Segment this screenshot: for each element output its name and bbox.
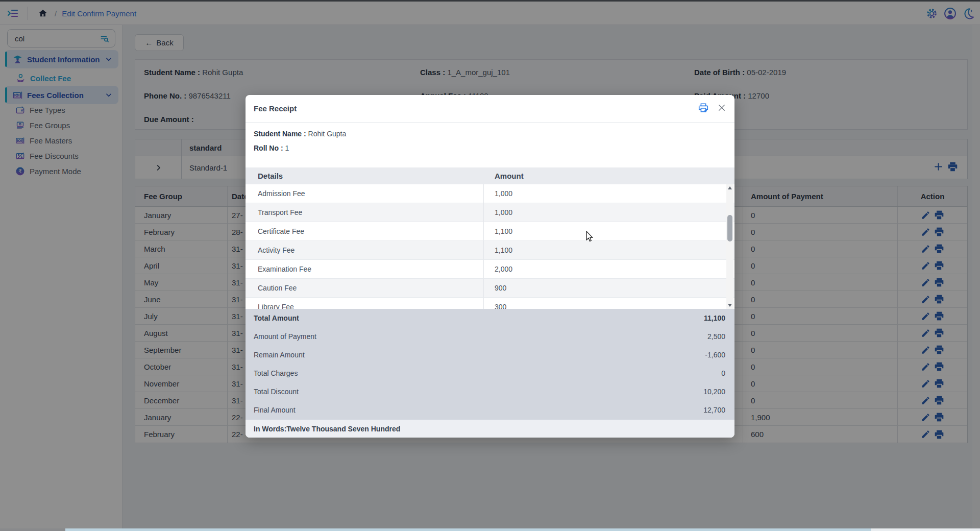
modal-title: Fee Receipt xyxy=(254,104,297,113)
receipt-table-header: Details Amount xyxy=(246,167,734,184)
fee-name-cell: Caution Fee xyxy=(246,279,484,297)
fee-name-cell: Library Fee xyxy=(246,298,484,309)
summary-value: 2,500 xyxy=(707,332,725,341)
summary-row: Total Amount 11,100 xyxy=(246,309,734,327)
summary-value: 0 xyxy=(721,369,725,377)
scrollbar-track xyxy=(65,528,871,531)
fee-amount-cell: 1,100 xyxy=(484,222,734,240)
receipt-fee-row: Caution Fee 900 xyxy=(246,279,734,298)
receipt-scrollbar[interactable] xyxy=(726,184,733,309)
receipt-roll-no: Roll No : 1 xyxy=(254,144,289,152)
receipt-fee-row: Examination Fee 2,000 xyxy=(246,260,734,279)
receipt-fee-row: Certificate Fee 1,100 xyxy=(246,222,734,241)
receipt-fee-row: Admission Fee 1,000 xyxy=(246,184,734,203)
fee-name-cell: Examination Fee xyxy=(246,260,484,278)
summary-label: Total Charges xyxy=(254,369,298,377)
fee-amount-cell: 1,000 xyxy=(484,203,734,222)
fee-receipt-modal: Fee Receipt Student Name : Rohit Gupta R… xyxy=(246,95,734,438)
scrollbar-thumb[interactable] xyxy=(727,215,732,242)
mouse-cursor xyxy=(585,231,595,242)
summary-row: Amount of Payment 2,500 xyxy=(246,327,734,346)
fee-name-cell: Admission Fee xyxy=(246,184,484,203)
summary-label: Total Discount xyxy=(254,388,299,396)
receipt-summary: Total Amount 11,100 Amount of Payment 2,… xyxy=(246,309,734,420)
summary-row: Final Amount 12,700 xyxy=(246,401,734,419)
fee-amount-cell: 1,000 xyxy=(484,184,734,203)
summary-row: Total Discount 10,200 xyxy=(246,382,734,401)
fee-amount-cell: 1,100 xyxy=(484,241,734,259)
fee-name-cell: Activity Fee xyxy=(246,241,484,259)
receipt-fee-list[interactable]: Admission Fee 1,000 Transport Fee 1,000 … xyxy=(246,184,734,309)
summary-label: Remain Amount xyxy=(254,351,305,359)
scrollbar-thumb[interactable] xyxy=(0,528,65,531)
fee-amount-cell: 900 xyxy=(484,279,734,297)
summary-label: Amount of Payment xyxy=(254,332,316,341)
column-header-details: Details xyxy=(246,172,484,180)
fee-amount-cell: 2,000 xyxy=(484,260,734,278)
receipt-fee-row: Library Fee 300 xyxy=(246,298,734,309)
column-header-amount: Amount xyxy=(484,172,524,180)
amount-in-words: In Words:Twelve Thousand Seven Hundred xyxy=(246,420,734,438)
scroll-down-arrow-icon[interactable] xyxy=(728,304,732,307)
fee-name-cell: Certificate Fee xyxy=(246,222,484,240)
summary-label: Final Amount xyxy=(254,406,296,414)
summary-value: 11,100 xyxy=(704,314,725,322)
summary-label: Total Amount xyxy=(254,314,299,322)
summary-value: 12,700 xyxy=(703,406,725,414)
close-icon[interactable] xyxy=(717,103,726,112)
horizontal-scrollbar[interactable] xyxy=(0,528,980,531)
receipt-student-name: Student Name : Rohit Gupta xyxy=(254,130,346,138)
fee-amount-cell: 300 xyxy=(484,298,734,309)
summary-value: -1,600 xyxy=(705,351,725,359)
window-top-edge xyxy=(0,0,980,2)
receipt-fee-row: Transport Fee 1,000 xyxy=(246,203,734,222)
scroll-up-arrow-icon[interactable] xyxy=(728,186,732,189)
print-receipt-icon[interactable] xyxy=(698,102,709,113)
fee-name-cell: Transport Fee xyxy=(246,203,484,222)
modal-header: Fee Receipt xyxy=(246,95,734,123)
summary-row: Remain Amount -1,600 xyxy=(246,346,734,364)
summary-row: Total Charges 0 xyxy=(246,364,734,382)
receipt-fee-row: Activity Fee 1,100 xyxy=(246,241,734,260)
summary-value: 10,200 xyxy=(703,388,725,396)
